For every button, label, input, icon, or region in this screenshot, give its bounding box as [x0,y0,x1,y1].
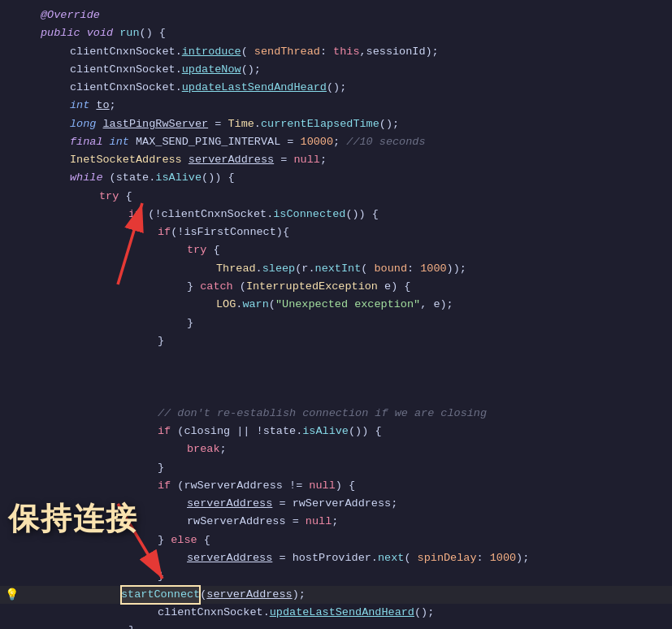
code-line-33: } [0,622,672,629]
eq4: = [286,513,306,531]
kw-catch: catch [200,278,233,296]
var-rwServer3: rwServerAddress [187,513,286,531]
paren5: (); [379,115,399,133]
colon: : [320,43,333,61]
code-line-25: if (rwServerAddress != null) { [0,477,672,495]
semi5: ; [391,495,397,513]
comment-10s: //10 seconds [346,133,425,151]
brace5: } [187,314,193,332]
chinese-label: 保持连接 [8,498,138,540]
code-line-14: try { [0,241,672,259]
code-line-24: } [0,459,672,477]
kw-if1: if [128,206,141,223]
method-currentElapsed: currentElapsedTime [261,115,379,133]
code-line-17: LOG.warn("Unexpected exception", e); [0,296,672,314]
brace1: { [119,188,132,206]
kw-try: try [99,188,119,206]
dot10: . [296,423,302,440]
var-serverAddr2: serverAddress [187,495,272,513]
code-line-6: int to; [0,97,672,115]
method-updateLastSend: updateLastSendAndHeard [182,79,327,97]
param-spinDelay: spinDelay [418,549,477,567]
var-e2: e [433,296,440,314]
method-isAlive2: isAlive [302,423,349,440]
var-cnx3: clientCnxnSocket [70,79,176,97]
dot7: . [256,260,262,278]
kw-null2: null [309,477,335,495]
method-nextInt: nextInt [315,260,362,278]
var-r: r [301,260,308,278]
type-long: long [70,115,103,133]
code-line-31: 💡 startConnect(serverAddress); [0,586,672,604]
code-line-4: clientCnxnSocket.updateNow(); [0,61,672,79]
code-line-5: clientCnxnSocket.updateLastSendAndHeard(… [0,79,672,97]
var-clientCnxnSocket: clientCnxnSocket [70,43,176,61]
code-line-22: if (closing || !state.isAlive()) { [0,423,672,440]
dot6: . [267,206,273,223]
var-cnx2: clientCnxnSocket [70,61,176,79]
method-run: run [119,24,139,42]
num-1000b: 1000 [490,549,516,567]
var-lastPing: lastPingRwServer [103,115,209,133]
var-cnx5: clientCnxnSocket [158,604,263,622]
brace6: } [158,332,164,350]
code-line-7: long lastPingRwServer = Time.currentElap… [0,115,672,133]
dot4: . [254,115,261,133]
var-cnx4: clientCnxnSocket [162,206,267,223]
paren18: ( [171,477,184,495]
dot: . [176,43,182,61]
paren6: ( [110,169,116,187]
kw-else: else [171,531,197,549]
code-line-15: Thread.sleep(r.nextInt( bound: 1000)); [0,260,672,278]
brace2: ){ [276,223,289,241]
method-updateNow: updateNow [182,61,241,79]
brace3: { [206,241,219,259]
method-isAlive: isAlive [155,169,202,187]
method-warn: warn [242,296,268,314]
code-line-30: } [0,567,672,585]
paren20: ( [404,549,417,567]
lightbulb-icon: 💡 [5,586,19,605]
semi4: ; [220,440,227,458]
method-updateLast2: updateLastSendAndHeard [270,604,414,622]
var-serverAddr3: serverAddress [187,549,272,567]
paren19: ) { [336,477,355,495]
num-1000: 1000 [420,260,446,278]
code-line-12: if (!clientCnxnSocket.isConnected()) { [0,206,672,223]
close4: ); [516,549,529,567]
paren11: ( [295,260,301,278]
var-rwServer: rwServerAddress [184,477,283,495]
code-line-20 [0,350,672,405]
close3: ); [440,296,453,314]
param-sendThread: sendThread [254,43,320,61]
code-line-9: InetSocketAddress serverAddress = null; [0,151,672,169]
var-sessionId: sessionId [366,43,426,61]
colon3: : [477,549,490,567]
close5: ); [293,586,306,604]
class-LOG: LOG [216,296,236,314]
paren4: (); [327,79,346,97]
type-int: int [70,97,96,115]
code-line-11: try { [0,188,672,206]
code-line-32: clientCnxnSocket.updateLastSendAndHeard(… [0,604,672,622]
var-e: e [384,278,391,296]
kw-this: this [333,43,359,61]
var-closing: closing [184,423,230,440]
eq5: = [272,549,292,567]
code-line-16: } catch (InterruptedException e) { [0,278,672,296]
dot8: . [308,260,314,278]
dot9: . [236,296,242,314]
kw-void: void [87,24,120,42]
dot2: . [176,61,182,79]
var-isFirst: isFirstConnect [184,223,275,241]
method-startConnect: startConnect [121,586,200,604]
class-Time: Time [228,115,254,133]
code-line-21: // don't re-establish connection if we a… [0,405,672,423]
type-int2: int [110,133,136,151]
kw-if4: if [158,477,171,495]
paren8: (! [141,206,161,223]
eq2: = [274,151,293,169]
var-serverAddr4: serverAddress [206,586,292,604]
dot11: . [371,549,378,567]
paren: () { [140,24,166,42]
